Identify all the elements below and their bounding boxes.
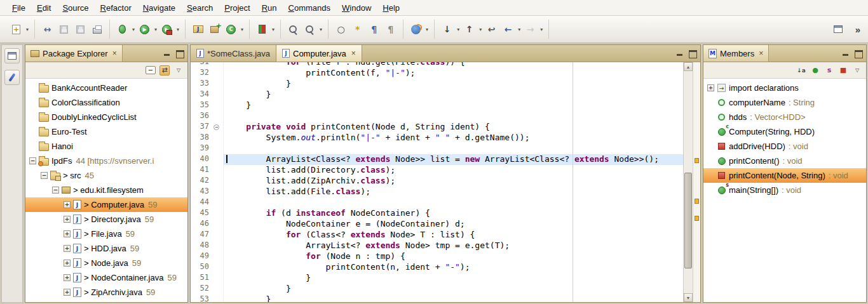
- expander-minus-icon[interactable]: −: [41, 172, 48, 179]
- close-icon[interactable]: ×: [111, 49, 117, 58]
- annotation-mark[interactable]: [695, 158, 699, 163]
- dropdown-arrow-icon[interactable]: ▾: [456, 27, 461, 32]
- code-text[interactable]: [224, 197, 683, 208]
- dropdown-arrow-icon[interactable]: ▾: [517, 27, 522, 32]
- menu-item-file[interactable]: File: [6, 1, 31, 15]
- code-text[interactable]: list.add(ZipArchiv.class);: [224, 176, 683, 187]
- code-text[interactable]: System.out.println("|-" + ident + " " + …: [224, 133, 683, 143]
- scrollbar-thumb[interactable]: [684, 173, 692, 268]
- search-button[interactable]: [302, 22, 318, 37]
- minimize-icon[interactable]: [163, 50, 171, 57]
- expander-plus-icon[interactable]: +: [64, 230, 71, 237]
- tab-close-icon[interactable]: ×: [349, 49, 356, 58]
- members-tab[interactable]: M Members ×: [703, 45, 769, 62]
- expander-plus-icon[interactable]: +: [64, 274, 71, 281]
- menu-item-commands[interactable]: Commands: [283, 1, 336, 15]
- dropdown-arrow-icon[interactable]: ▾: [478, 27, 483, 32]
- view-menu-icon[interactable]: ▽: [852, 65, 862, 76]
- code-text[interactable]: for (File f : hdd.get(File.class)) {: [224, 62, 683, 68]
- member-item[interactable]: hdds : Vector<HDD>: [703, 110, 866, 124]
- restore-minimized-view-button[interactable]: [4, 48, 20, 63]
- code-text[interactable]: list.add(File.class);: [224, 187, 683, 197]
- expander-minus-icon[interactable]: −: [52, 187, 59, 194]
- code-text[interactable]: }: [224, 100, 683, 111]
- new-java-project-button[interactable]: J: [190, 22, 206, 37]
- member-item[interactable]: addDrive(HDD) : void: [703, 139, 866, 154]
- editor-tab[interactable]: JComputer.java×: [276, 45, 362, 62]
- dropdown-arrow-icon[interactable]: ▾: [153, 27, 158, 32]
- collapse-all-icon[interactable]: −: [146, 66, 156, 74]
- menu-item-source[interactable]: Source: [57, 1, 94, 15]
- new-package-button[interactable]: [207, 22, 222, 37]
- member-item[interactable]: smain(String[]) : void: [703, 183, 866, 197]
- fold-collapse-icon[interactable]: [214, 122, 224, 133]
- maximize-icon[interactable]: [175, 50, 184, 57]
- expander-plus-icon[interactable]: +: [64, 201, 71, 208]
- expander-plus-icon[interactable]: +: [64, 260, 71, 267]
- dropdown-arrow-icon[interactable]: ▾: [271, 27, 276, 32]
- tree-item[interactable]: +J> Directory.java59: [25, 212, 187, 227]
- dropdown-arrow-icon[interactable]: ▾: [131, 27, 136, 32]
- expander-minus-icon[interactable]: −: [29, 157, 36, 164]
- tree-item[interactable]: −> src45: [25, 168, 187, 183]
- show-whitespace-button[interactable]: ¶: [366, 22, 382, 37]
- menu-item-window[interactable]: Window: [336, 1, 377, 15]
- code-text[interactable]: printContent(n, ident + "-");: [224, 262, 683, 273]
- code-text[interactable]: ArrayList<Class<? extends Node>> list = …: [224, 154, 683, 165]
- toolbar-overflow-icon[interactable]: »: [855, 24, 860, 35]
- code-text[interactable]: [224, 143, 683, 154]
- minimize-icon[interactable]: [841, 50, 850, 57]
- external-tools-button[interactable]: ▶: [159, 22, 175, 37]
- code-text[interactable]: printContent(f, "|-");: [224, 68, 683, 79]
- dropdown-arrow-icon[interactable]: ▾: [424, 27, 430, 32]
- code-text[interactable]: ArrayList<? extends Node> tmp = e.get(T)…: [224, 241, 683, 251]
- menu-item-search[interactable]: Search: [181, 1, 219, 15]
- debug-button[interactable]: [114, 22, 130, 37]
- tree-item[interactable]: −> edu.kit.filesystem: [25, 183, 187, 197]
- tree-item[interactable]: −IpdFs44 [https://svnserver.i: [25, 154, 187, 168]
- junit-button[interactable]: [254, 22, 270, 37]
- web-browser-button[interactable]: [408, 22, 424, 37]
- dropdown-arrow-icon[interactable]: ▾: [318, 27, 323, 32]
- tree-item[interactable]: ColorClassification: [25, 95, 187, 110]
- tree-item[interactable]: +J> HDD.java59: [25, 241, 187, 256]
- code-text[interactable]: for (Node n : tmp) {: [224, 251, 683, 262]
- last-edit-location-button[interactable]: ↩: [484, 22, 499, 37]
- package-explorer-tab[interactable]: Package Explorer ×: [25, 45, 123, 62]
- tree-item[interactable]: Euro-Test: [25, 124, 187, 139]
- menu-item-run[interactable]: Run: [256, 1, 283, 15]
- format-button[interactable]: ¶: [383, 22, 398, 37]
- tree-item[interactable]: +J> File.java59: [25, 227, 187, 241]
- code-text[interactable]: }: [224, 294, 683, 302]
- open-element-button[interactable]: ○: [333, 22, 349, 37]
- overview-ruler[interactable]: [693, 62, 700, 302]
- member-item[interactable]: printContent() : void: [703, 154, 866, 168]
- java-search-button[interactable]: [285, 22, 301, 37]
- link-with-editor-icon[interactable]: ⇄: [159, 65, 170, 76]
- expander-plus-icon[interactable]: +: [64, 216, 71, 223]
- scroll-up-icon[interactable]: ▲: [684, 62, 693, 71]
- code-text[interactable]: NodeContainer e = (NodeContainer) d;: [224, 219, 683, 230]
- tree-item[interactable]: +J> Node.java59: [25, 256, 187, 270]
- code-text[interactable]: }: [224, 89, 683, 100]
- member-item[interactable]: printContent(Node, String) : void: [703, 168, 866, 183]
- code-text[interactable]: list.add(Directory.class);: [224, 165, 683, 176]
- maximize-icon[interactable]: [688, 50, 696, 57]
- java-editor-shortcut-button[interactable]: [4, 70, 20, 85]
- expander-plus-icon[interactable]: +: [707, 84, 714, 91]
- member-item[interactable]: computerName : String: [703, 95, 866, 110]
- menu-item-project[interactable]: Project: [219, 1, 255, 15]
- open-perspective-button[interactable]: [831, 22, 846, 37]
- close-icon[interactable]: ×: [757, 49, 763, 58]
- code-text[interactable]: }: [224, 273, 683, 284]
- code-text[interactable]: }: [224, 284, 683, 294]
- menu-item-refactor[interactable]: Refactor: [95, 1, 137, 15]
- dropdown-arrow-icon[interactable]: ▾: [539, 27, 544, 32]
- hide-static-icon[interactable]: s: [824, 65, 834, 76]
- annotation-mark[interactable]: [695, 216, 699, 221]
- hide-non-public-icon[interactable]: ■: [838, 65, 848, 76]
- menu-item-navigate[interactable]: Navigate: [137, 1, 181, 15]
- tree-item[interactable]: +J> ZipArchiv.java59: [25, 285, 187, 300]
- minimize-icon[interactable]: [675, 50, 684, 57]
- expander-plus-icon[interactable]: +: [64, 289, 71, 296]
